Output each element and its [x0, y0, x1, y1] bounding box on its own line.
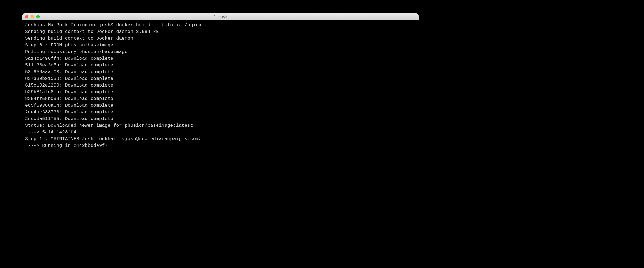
window-controls: [25, 15, 40, 18]
shell-command: docker build -t tutorial/nginx .: [116, 22, 207, 28]
terminal-line: 615c102e2290: Download complete: [25, 82, 416, 89]
terminal-line: 511136ea3c5a: Download complete: [25, 62, 416, 69]
terminal-output: Sending build context to Docker daemon 3…: [25, 28, 416, 149]
terminal-line: 837339b91538: Download complete: [25, 75, 416, 82]
titlebar[interactable]: 1. bash: [22, 13, 419, 20]
terminal-line: ec5f59360a64: Download complete: [25, 102, 416, 109]
terminal-line: 8254ff58b098: Download complete: [25, 95, 416, 102]
minimize-icon[interactable]: [31, 15, 34, 18]
terminal-line: Status: Downloaded newer image for phusi…: [25, 122, 416, 129]
shell-prompt: Joshuas-MacBook-Pro:nginx josh$: [25, 22, 116, 28]
terminal-line: ---> Running in 2442bb8de9f7: [25, 142, 416, 149]
terminal-line: ---> 5a14c1498ff4: [25, 129, 416, 136]
prompt-line: Joshuas-MacBook-Pro:nginx josh$ docker b…: [25, 22, 416, 28]
close-icon[interactable]: [25, 15, 28, 18]
terminal-line: Step 1 : MAINTAINER Josh Lockhart <josh@…: [25, 136, 416, 142]
zoom-icon[interactable]: [36, 15, 40, 18]
terminal-line: 53f858aaaf03: Download complete: [25, 69, 416, 75]
terminal-line: b39b81afc8ca: Download complete: [25, 89, 416, 95]
terminal-line: Sending build context to Docker daemon 3…: [25, 28, 416, 35]
terminal-line: Step 0 : FROM phusion/baseimage: [25, 42, 416, 49]
terminal-window: 1. bash Joshuas-MacBook-Pro:nginx josh$ …: [22, 13, 419, 188]
terminal-line: 2eccda511755: Download complete: [25, 116, 416, 122]
window-title: 1. bash: [22, 15, 419, 19]
terminal-line: Pulling repository phusion/baseimage: [25, 49, 416, 55]
terminal-line: 2ce4ac388730: Download complete: [25, 109, 416, 116]
terminal-body[interactable]: Joshuas-MacBook-Pro:nginx josh$ docker b…: [22, 20, 419, 188]
terminal-line: 5a14c1498ff4: Download complete: [25, 55, 416, 62]
terminal-line: Sending build context to Docker daemon: [25, 35, 416, 42]
